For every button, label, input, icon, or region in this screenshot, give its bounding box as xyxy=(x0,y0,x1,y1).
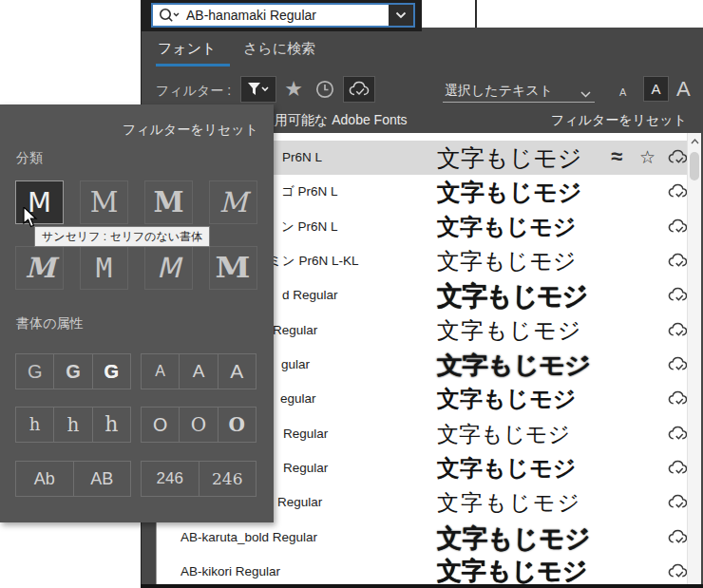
contrast-low-button[interactable]: O xyxy=(142,408,179,442)
activate-cloud-icon[interactable] xyxy=(668,286,688,304)
adobe-fonts-filter-button[interactable] xyxy=(343,76,375,103)
mouse-cursor xyxy=(23,207,38,232)
activate-cloud-icon[interactable] xyxy=(668,562,688,580)
font-sample: 文字もじモジ xyxy=(437,554,587,586)
width-medium-button[interactable]: A xyxy=(179,354,217,389)
oldstyle-numerals-button[interactable]: 246 xyxy=(199,462,256,496)
script-m-glyph: M xyxy=(219,189,248,217)
favorites-filter-button[interactable]: ★ xyxy=(280,77,307,102)
similar-fonts-icon[interactable]: ≈ xyxy=(611,141,622,173)
weight-light-button[interactable]: G xyxy=(16,354,53,389)
font-name: ン Pr6N L xyxy=(281,210,338,244)
preview-text-dropdown[interactable]: 選択したテキスト xyxy=(445,83,553,100)
case-filter-group: Ab AB xyxy=(15,461,131,497)
xheight-medium-button[interactable]: h xyxy=(53,408,91,442)
preview-size-medium-button[interactable]: A xyxy=(643,76,669,102)
font-name: egular xyxy=(280,382,316,416)
activate-cloud-icon[interactable] xyxy=(668,493,688,511)
category-script-button[interactable]: M xyxy=(209,180,257,224)
activate-cloud-icon[interactable] xyxy=(668,148,688,166)
chevron-down-icon[interactable] xyxy=(580,85,591,102)
font-name: d Regular xyxy=(282,278,338,313)
cloud-check-icon xyxy=(348,80,370,99)
width-wide-button[interactable]: A xyxy=(218,354,256,389)
width-narrow-button[interactable]: A xyxy=(142,354,179,389)
font-name: Pr6N L xyxy=(282,141,322,175)
font-name: AB-kikori Regular xyxy=(180,555,280,586)
numerals-filter-group: 246 246 xyxy=(141,461,256,497)
active-tab-underline xyxy=(156,64,230,66)
tab-fonts[interactable]: フォント xyxy=(158,40,216,58)
activate-cloud-icon[interactable] xyxy=(668,252,688,270)
font-name: AB-karuta_bold Regular xyxy=(180,521,317,555)
font-sample: 文字もじモジ xyxy=(437,313,581,348)
activate-cloud-icon[interactable] xyxy=(668,459,688,477)
funnel-icon xyxy=(247,82,270,97)
filter-label: フィルター : xyxy=(156,83,231,100)
filter-funnel-button[interactable] xyxy=(240,76,276,103)
preview-size-small-button[interactable]: A xyxy=(619,86,626,98)
category-slab-serif-button[interactable]: M xyxy=(144,180,193,224)
font-name: ミン Pr6N L-KL xyxy=(269,244,358,278)
classification-label: 分類 xyxy=(16,150,43,167)
sans-serif-tooltip: サンセリフ : セリフのない書体 xyxy=(34,226,210,247)
search-input-value[interactable]: AB-hanamaki Regular xyxy=(180,8,389,23)
contrast-filter-group: O O O xyxy=(141,407,256,443)
activate-cloud-icon[interactable] xyxy=(668,182,688,200)
contrast-high-button[interactable]: O xyxy=(218,408,256,442)
font-list-row[interactable]: AB-kikori Regular 文字もじモジ xyxy=(157,555,688,586)
favorite-star-icon[interactable]: ☆ xyxy=(639,141,656,175)
activate-cloud-icon[interactable] xyxy=(668,425,688,443)
tab-find-more[interactable]: さらに検索 xyxy=(243,40,315,58)
font-name: Regular xyxy=(283,417,328,451)
panel-bottom-border xyxy=(141,584,703,588)
weight-bold-button[interactable]: G xyxy=(92,354,130,389)
combo-dropdown-button[interactable] xyxy=(389,5,413,26)
preview-size-large-button[interactable]: A xyxy=(676,77,691,102)
font-search-strip: AB-hanamaki Regular xyxy=(141,0,422,31)
font-sample: 文字もじモジ xyxy=(437,175,581,209)
activate-cloud-icon[interactable] xyxy=(668,218,688,236)
recent-filter-button[interactable] xyxy=(312,77,338,102)
font-sample: 文字もじモジ xyxy=(437,348,590,382)
category-monospace-button[interactable]: M xyxy=(80,246,128,290)
all-caps-button[interactable]: AB xyxy=(73,462,131,496)
document-edge-divider xyxy=(475,0,477,28)
xheight-filter-group: h h h xyxy=(15,407,131,443)
activate-cloud-icon[interactable] xyxy=(668,389,688,408)
font-sample: 文字もじモジ xyxy=(437,141,581,175)
reset-filter-link[interactable]: フィルターをリセット xyxy=(551,112,687,129)
flyout-reset-filter-link[interactable]: フィルターをリセット xyxy=(123,122,258,139)
xheight-high-button[interactable]: h xyxy=(92,408,130,442)
font-sample: 文字もじモジ xyxy=(437,485,581,520)
mixed-case-button[interactable]: Ab xyxy=(16,462,73,496)
contrast-medium-button[interactable]: O xyxy=(179,408,217,442)
list-scrollbar[interactable] xyxy=(687,133,701,586)
activate-cloud-icon[interactable] xyxy=(668,528,688,546)
font-sample: 文字もじモジ xyxy=(437,382,576,416)
font-sample: 文字もじモジ xyxy=(437,244,576,278)
font-list-row[interactable]: AB-karuta_bold Regular 文字もじモジ xyxy=(157,521,688,555)
xheight-low-button[interactable]: h xyxy=(16,408,53,442)
filter-flyout-panel: フィルターをリセット 分類 M M M M M M M M 書体の属性 G G … xyxy=(0,104,274,522)
category-serif-button[interactable]: M xyxy=(80,180,128,224)
available-fonts-title: 使用可能な Adobe Fonts xyxy=(261,112,408,129)
font-name: Regular xyxy=(273,313,317,348)
font-name: gular xyxy=(281,348,310,382)
font-search-combobox[interactable]: AB-hanamaki Regular xyxy=(151,3,415,28)
activate-cloud-icon[interactable] xyxy=(668,321,688,339)
scroll-up-icon[interactable] xyxy=(688,135,701,147)
activate-cloud-icon[interactable] xyxy=(668,355,688,373)
weight-filter-group: G G G xyxy=(15,353,131,389)
lining-numerals-button[interactable]: 246 xyxy=(142,462,199,496)
blackletter-m-glyph: M xyxy=(25,255,53,282)
category-handwritten-button[interactable]: M xyxy=(144,246,193,290)
category-blackletter-button[interactable]: M xyxy=(15,246,64,290)
category-decorative-button[interactable]: M xyxy=(209,246,257,290)
font-sample: 文字もじモジ xyxy=(437,520,590,557)
font-name: Regular xyxy=(277,485,322,520)
typeface-attributes-label: 書体の属性 xyxy=(16,315,83,332)
scrollbar-thumb[interactable] xyxy=(690,152,699,180)
weight-medium-button[interactable]: G xyxy=(53,354,91,389)
star-icon: ★ xyxy=(284,77,303,102)
